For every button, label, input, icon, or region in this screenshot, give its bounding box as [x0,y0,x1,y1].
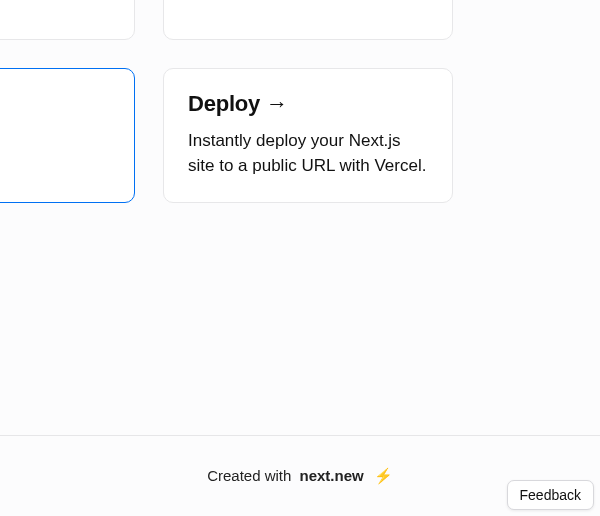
footer-brand[interactable]: next.new [300,467,364,484]
card-deploy-title: Deploy → [188,91,428,117]
card-learn[interactable]: . interactive course with quizzes! [163,0,453,40]
card-docs[interactable]: . nd API. [0,0,135,40]
footer-text: Created with next.new ⚡ [207,467,393,485]
arrow-icon: → [266,91,288,116]
card-grid: . nd API. . interactive course with quiz… [0,0,453,203]
lightning-icon: ⚡ [374,467,393,484]
card-examples[interactable]: Examples → loy boilerplate rojects. [0,68,135,203]
feedback-button[interactable]: Feedback [507,480,594,510]
card-deploy-desc: Instantly deploy your Next.js site to a … [188,129,428,178]
card-examples-title: Examples → [0,91,110,117]
card-examples-desc: loy boilerplate rojects. [0,129,110,178]
card-deploy[interactable]: Deploy → Instantly deploy your Next.js s… [163,68,453,203]
